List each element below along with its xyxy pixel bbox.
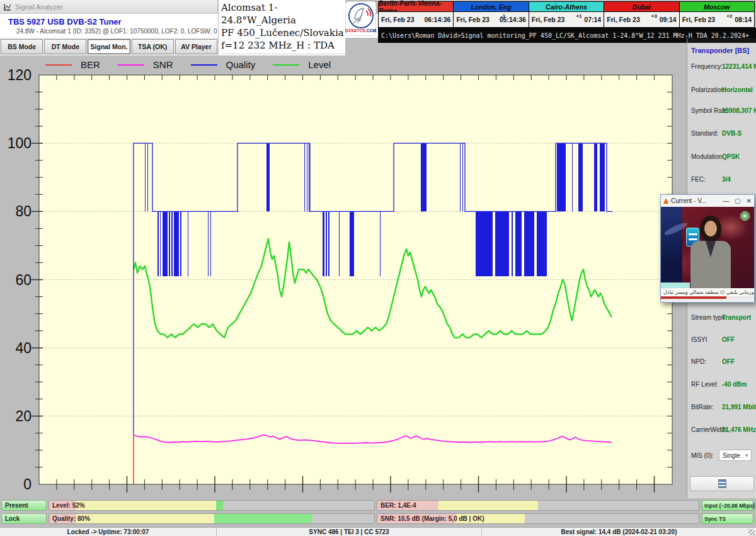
mode-tabs: BS Mode DT Mode Signal Mon. TSA (OK) AV … [0, 38, 218, 55]
channel-logo-icon [740, 211, 750, 221]
studio-graphic [661, 207, 682, 288]
app-titlebar[interactable]: Signal Analyzer [0, 0, 217, 14]
legend-quality: Quality [191, 59, 256, 70]
field-label: ISSYI [691, 336, 707, 343]
resize-grip[interactable] [748, 529, 755, 535]
annotation-block: Alcomsat 1-24.8°W_Algeria PF 450_Lučenec… [218, 0, 345, 55]
clock-cairo: Cairo-Athens Fri, Feb 23+107:14 [529, 1, 604, 28]
satellite-dish-icon [347, 2, 375, 30]
lock-indicator: Lock [1, 513, 47, 524]
screen: Signal Analyzer TBS 5927 USB DVB-S2 Tune… [0, 0, 756, 536]
window-title: Signal Analyzer [15, 3, 63, 11]
field-value: 12231,414 MHz [722, 63, 756, 70]
mis-label: MIS (0): [691, 452, 714, 459]
video-content[interactable] [661, 207, 754, 288]
field-value: 3/4 [722, 176, 731, 183]
news-ticker: الرئيس الموريتاني يلتقي ۞ منطقة شمالي وي… [661, 288, 754, 296]
legend-level: Level [273, 59, 331, 70]
annotation-line1: Alcomsat 1-24.8°W_Algeria [221, 1, 345, 26]
level-bar: Level: 52% [49, 500, 375, 511]
input-indicator: Input (~20,98 Mbps) [702, 500, 753, 511]
close-button[interactable]: ✕ [747, 197, 752, 204]
vlc-cone-icon [663, 198, 668, 204]
field-label: RF Level: [691, 381, 718, 388]
chevron-down-icon: ▼ [744, 453, 749, 458]
clock-city-label: Berlin-Paris-Vienna-Roma [379, 2, 453, 12]
minimize-button[interactable]: — [723, 197, 729, 204]
sidebar-bottom-button[interactable] [690, 476, 754, 491]
field-value: Transport [722, 314, 751, 321]
quality-line-swatch [191, 64, 217, 66]
snr-bar: SNR: 10,5 dB (Margin: 5,0 dB | OK) [377, 513, 699, 524]
world-clocks: Berlin-Paris-Vienna-Roma Fri, Feb 2306:1… [378, 1, 754, 28]
ber-bar: BER: 1,4E-4 [377, 500, 699, 511]
tuner-subtitle: 24.8W - Alcomsat 1 (ID: 3352) @ LOF1: 10… [16, 28, 217, 35]
transponder-title: Transponder [BS] [691, 47, 749, 54]
field-label: Polarization: [691, 86, 726, 93]
clock-berlin: Berlin-Paris-Vienna-Roma Fri, Feb 2306:1… [378, 1, 454, 28]
field-value: QPSK [722, 153, 740, 160]
status-bar: Locked -> Uptime: 73:00:07 SYNC 486 | TE… [0, 527, 756, 536]
sidebar-top-strip [687, 38, 756, 43]
clock-dubai: Dubai Fri, Feb 23+309:14 [604, 1, 679, 28]
field-value: OFF [722, 336, 735, 343]
snr-line-swatch [118, 64, 144, 66]
quality-bar: Quality: 80% [49, 513, 375, 524]
field-label: BitRate: [691, 404, 714, 411]
present-indicator: Present [1, 500, 47, 511]
legend-snr: SNR [118, 59, 173, 70]
annotation-line3: f=12 232 MHz_H : TDA [221, 39, 345, 52]
dxsatcs-logo: DXSATCS.COM [345, 1, 376, 36]
tab-bs-mode[interactable]: BS Mode [1, 39, 43, 54]
vlc-titlebar[interactable]: Current - V... — ▢ ✕ [661, 195, 754, 207]
legend-ber: BER [45, 59, 100, 70]
field-value: OFF [722, 358, 735, 365]
field-value: -40 dBm [722, 381, 747, 388]
tab-av-player[interactable]: AV Player [175, 39, 217, 54]
maximize-button[interactable]: ▢ [735, 197, 740, 204]
svg-text:80: 80 [15, 203, 32, 219]
logo-name: DXSATCS [345, 28, 365, 33]
svg-text:100: 100 [8, 135, 32, 151]
status-best-signal: Best signal: 14,4 dB (2024-02-21 03:20) [482, 528, 756, 536]
field-value: 21,476 MHz [722, 426, 756, 433]
mis-value: Single [723, 452, 740, 459]
clock-moscow: Moscow Fri, Feb 23+208:14 [679, 1, 755, 28]
clock-london: London, Eng Fri, Feb 23-105:14:36 [453, 1, 529, 28]
status-sync: SYNC 486 | TEI 3 | CC 5723 [217, 528, 482, 536]
tab-dt-mode[interactable]: DT Mode [44, 39, 86, 54]
clock-city-label: Dubai [604, 2, 679, 12]
stream-list-icon [718, 479, 726, 488]
vlc-window[interactable]: Current - V... — ▢ ✕ الرئيس الموريتاني ي… [660, 194, 755, 303]
tab-signal-mon[interactable]: Signal Mon. [88, 39, 130, 54]
status-uptime: Locked -> Uptime: 73:00:07 [0, 528, 217, 536]
field-value: 15908,307 KS/s [722, 107, 756, 114]
field-value: 21,991 Mbit/s [722, 404, 756, 411]
ber-line-swatch [45, 64, 72, 66]
field-label: FEC: [691, 176, 706, 183]
field-label: Standard: [691, 130, 718, 137]
clock-city-label: Moscow [680, 2, 754, 12]
sync-indicator: Sync TS [702, 513, 753, 524]
svg-text:20: 20 [15, 408, 32, 424]
field-label: NPD: [691, 358, 706, 365]
annotation-line2: PF 450_Lučenec/Slovakia [221, 26, 345, 39]
chart-plot: 020406080100120 [0, 55, 687, 498]
tuner-title: TBS 5927 USB DVB-S2 Tuner [8, 17, 122, 26]
tab-tsa[interactable]: TSA (OK) [132, 39, 174, 54]
field-label: Modulation: [691, 153, 724, 160]
field-value: Horizontal [722, 86, 753, 93]
clock-city-label: Cairo-Athens [529, 2, 604, 12]
svg-text:0: 0 [23, 476, 32, 492]
signal-analyzer-icon [4, 3, 11, 11]
svg-text:120: 120 [8, 67, 32, 83]
svg-text:60: 60 [15, 272, 32, 288]
chart-legend: BER SNR Quality Level [45, 59, 331, 70]
field-value: DVB-S [722, 130, 742, 137]
mis-dropdown[interactable]: Single ▼ [719, 450, 752, 461]
lower-third-banner [661, 283, 690, 288]
vlc-title: Current - V... [671, 197, 706, 204]
field-label: Frequency: [691, 63, 723, 70]
logo-tld: .COM [365, 28, 377, 33]
svg-text:40: 40 [15, 340, 32, 356]
